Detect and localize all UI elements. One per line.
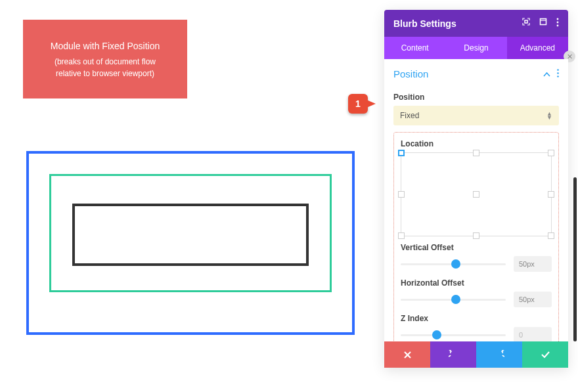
location-top-center[interactable]	[473, 150, 479, 156]
location-middle-left[interactable]	[398, 191, 405, 198]
red-box-title: Module with Fixed Position	[51, 39, 160, 53]
panel-tabs: Content Design Advanced	[384, 37, 568, 59]
location-bottom-right[interactable]	[548, 232, 554, 239]
tab-design[interactable]: Design	[445, 37, 506, 59]
location-top-right[interactable]	[548, 150, 554, 156]
section-title: Position	[393, 68, 428, 79]
position-value: Fixed	[400, 111, 419, 120]
svg-point-4	[557, 22, 559, 24]
settings-panel: Blurb Settings Content Design Advanced ✕…	[384, 10, 568, 368]
panel-header: Blurb Settings	[384, 10, 568, 37]
svg-point-6	[557, 69, 559, 71]
location-top-left[interactable]	[398, 150, 405, 156]
more-icon[interactable]	[556, 18, 559, 29]
z-index-slider[interactable]	[401, 328, 506, 341]
z-index-value[interactable]: 0	[514, 327, 552, 341]
location-bottom-left[interactable]	[398, 232, 405, 239]
position-label: Position	[393, 93, 559, 102]
svg-point-3	[557, 18, 559, 20]
vertical-offset-label: Vertical Offset	[401, 243, 552, 252]
horizontal-offset-slider[interactable]	[401, 293, 506, 306]
cancel-button[interactable]	[384, 341, 430, 368]
position-select[interactable]: Fixed ▲▼	[393, 106, 559, 125]
redo-button[interactable]	[476, 341, 522, 368]
location-label: Location	[401, 139, 552, 148]
svg-point-7	[557, 72, 559, 74]
fixed-module-illustration: Module with Fixed Position (breaks out o…	[23, 20, 187, 98]
panel-footer	[384, 341, 568, 368]
red-box-line2: relative to browser viewport)	[56, 68, 154, 79]
location-picker[interactable]	[401, 152, 552, 236]
highlighted-options-group: Location Vertical Offset 50px	[393, 132, 559, 341]
z-index-thumb[interactable]	[432, 330, 441, 339]
section-header-position[interactable]: Position	[393, 59, 559, 86]
window-icon[interactable]	[539, 18, 547, 29]
red-box-line1: (breaks out of document flow	[55, 56, 156, 68]
svg-point-5	[557, 25, 559, 27]
section-more-icon[interactable]	[557, 69, 559, 79]
panel-body: Position Position Fixed ▲▼ Location	[384, 59, 568, 341]
panel-title: Blurb Settings	[393, 18, 456, 29]
callout-number: 1	[355, 98, 361, 109]
z-index-label: Z Index	[401, 314, 552, 323]
vertical-offset-value[interactable]: 50px	[514, 256, 552, 272]
horizontal-offset-value[interactable]: 50px	[514, 292, 552, 307]
location-bottom-center[interactable]	[473, 232, 479, 239]
scrollbar[interactable]	[573, 177, 577, 341]
location-middle-center[interactable]	[473, 191, 479, 198]
chevron-up-icon[interactable]	[543, 69, 550, 79]
tab-advanced[interactable]: Advanced	[507, 37, 568, 59]
callout-badge: 1	[348, 94, 378, 114]
svg-rect-0	[525, 20, 527, 23]
svg-rect-1	[541, 19, 546, 25]
updown-icon: ▲▼	[546, 112, 552, 120]
vertical-offset-thumb[interactable]	[451, 259, 460, 269]
svg-point-8	[557, 76, 559, 77]
module-outline-illustration	[72, 204, 309, 266]
expand-icon[interactable]	[522, 18, 530, 29]
horizontal-offset-label: Horizontal Offset	[401, 278, 552, 288]
tab-content[interactable]: Content	[384, 37, 445, 59]
undo-button[interactable]	[430, 341, 476, 368]
vertical-offset-slider[interactable]	[401, 257, 506, 271]
save-button[interactable]	[522, 341, 568, 368]
location-middle-right[interactable]	[548, 191, 554, 198]
horizontal-offset-thumb[interactable]	[451, 295, 460, 304]
